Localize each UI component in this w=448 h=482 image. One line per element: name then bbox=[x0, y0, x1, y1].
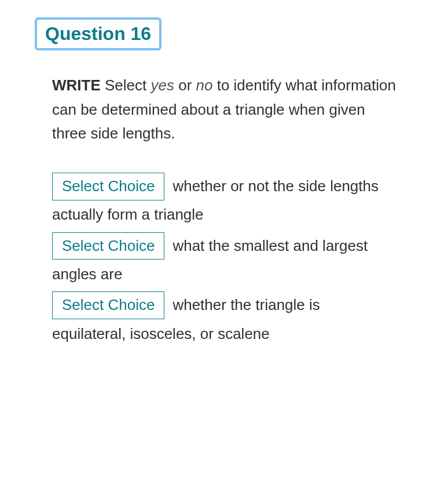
choice-row: Select Choicewhat the smallest and large… bbox=[52, 232, 396, 289]
prompt-no: no bbox=[196, 76, 213, 94]
select-choice-button[interactable]: Select Choice bbox=[52, 173, 164, 200]
choices-container: Select Choicewhether or not the side len… bbox=[35, 172, 413, 348]
prompt-text-1: Select bbox=[101, 76, 151, 94]
question-header: Question 16 bbox=[35, 17, 161, 50]
question-title: Question 16 bbox=[45, 23, 151, 44]
prompt-yes: yes bbox=[150, 76, 174, 94]
choice-row: Select Choicewhether or not the side len… bbox=[52, 172, 396, 229]
choice-row: Select Choicewhether the triangle is equ… bbox=[52, 291, 396, 348]
question-prompt: WRITE Select yes or no to identify what … bbox=[35, 74, 413, 146]
select-choice-button[interactable]: Select Choice bbox=[52, 232, 164, 260]
select-choice-button[interactable]: Select Choice bbox=[52, 291, 164, 319]
prompt-text-2: or bbox=[174, 76, 196, 94]
prompt-strong: WRITE bbox=[52, 76, 101, 94]
